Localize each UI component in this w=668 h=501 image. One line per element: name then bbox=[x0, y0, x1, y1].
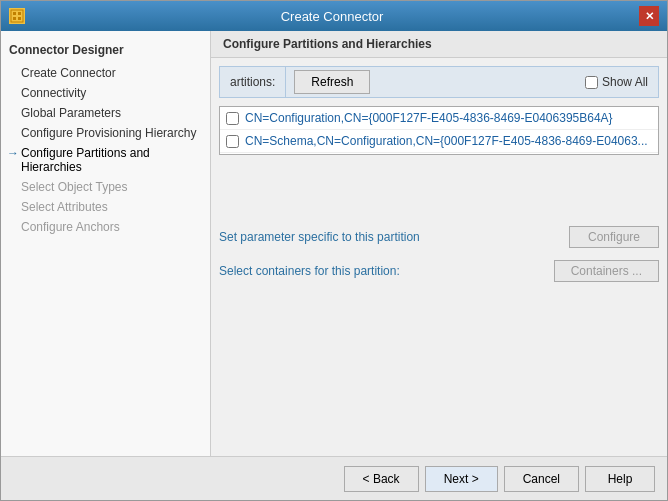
partition-row: CN=Schema,CN=Configuration,CN={000F127F-… bbox=[220, 130, 658, 153]
sidebar-item-connectivity[interactable]: Connectivity bbox=[1, 83, 210, 103]
sidebar: Connector Designer Create Connector Conn… bbox=[1, 31, 211, 456]
spacer-bottom3 bbox=[219, 401, 659, 448]
partitions-toolbar: artitions: Refresh Show All bbox=[219, 66, 659, 98]
configure-partition-row: Set parameter specific to this partition… bbox=[219, 226, 659, 248]
partitions-list: CN=Configuration,CN={000F127F-E405-4836-… bbox=[219, 106, 659, 155]
svg-rect-3 bbox=[13, 17, 16, 20]
svg-rect-4 bbox=[18, 17, 21, 20]
main-panel: Configure Partitions and Hierarchies art… bbox=[211, 31, 667, 456]
next-button[interactable]: Next > bbox=[425, 466, 498, 492]
cancel-button[interactable]: Cancel bbox=[504, 466, 579, 492]
sidebar-item-select-attributes: Select Attributes bbox=[1, 197, 210, 217]
containers-label: Select containers for this partition: bbox=[219, 264, 400, 278]
svg-rect-1 bbox=[13, 12, 16, 15]
help-button[interactable]: Help bbox=[585, 466, 655, 492]
panel-body: artitions: Refresh Show All CN=Configura… bbox=[211, 58, 667, 456]
spacer-bottom bbox=[219, 290, 659, 337]
show-all-checkbox[interactable] bbox=[585, 76, 598, 89]
partition-row: CN=Configuration,CN={000F127F-E405-4836-… bbox=[220, 107, 658, 130]
sidebar-item-configure-provisioning[interactable]: Configure Provisioning Hierarchy bbox=[1, 123, 210, 143]
partition-label-2: CN=Schema,CN=Configuration,CN={000F127F-… bbox=[245, 134, 648, 148]
containers-row: Select containers for this partition: Co… bbox=[219, 260, 659, 282]
show-all-area: Show All bbox=[585, 75, 658, 89]
sidebar-item-create-connector[interactable]: Create Connector bbox=[1, 63, 210, 83]
config-section: Set parameter specific to this partition… bbox=[219, 218, 659, 282]
containers-button[interactable]: Containers ... bbox=[554, 260, 659, 282]
title-bar: Create Connector ✕ bbox=[1, 1, 667, 31]
svg-rect-2 bbox=[18, 12, 21, 15]
content-area: Connector Designer Create Connector Conn… bbox=[1, 31, 667, 456]
panel-header: Configure Partitions and Hierarchies bbox=[211, 31, 667, 58]
sidebar-item-select-object-types: Select Object Types bbox=[1, 177, 210, 197]
configure-partition-label: Set parameter specific to this partition bbox=[219, 230, 420, 244]
refresh-button[interactable]: Refresh bbox=[294, 70, 370, 94]
footer: < Back Next > Cancel Help bbox=[1, 456, 667, 500]
spacer-bottom2 bbox=[219, 346, 659, 393]
app-icon bbox=[9, 8, 25, 24]
sidebar-item-configure-partitions[interactable]: Configure Partitions and Hierarchies bbox=[1, 143, 210, 177]
sidebar-header: Connector Designer bbox=[1, 39, 210, 63]
sidebar-item-global-parameters[interactable]: Global Parameters bbox=[1, 103, 210, 123]
partition-checkbox-1[interactable] bbox=[226, 112, 239, 125]
partition-row: O=Contoso bbox=[220, 153, 658, 155]
back-button[interactable]: < Back bbox=[344, 466, 419, 492]
partition-label-1: CN=Configuration,CN={000F127F-E405-4836-… bbox=[245, 111, 613, 125]
configure-button[interactable]: Configure bbox=[569, 226, 659, 248]
partitions-label: artitions: bbox=[220, 67, 286, 97]
partition-checkbox-2[interactable] bbox=[226, 135, 239, 148]
window: Create Connector ✕ Connector Designer Cr… bbox=[0, 0, 668, 501]
svg-rect-0 bbox=[11, 10, 23, 22]
spacer bbox=[219, 163, 659, 210]
close-button[interactable]: ✕ bbox=[639, 6, 659, 26]
window-title: Create Connector bbox=[25, 9, 639, 24]
sidebar-item-configure-anchors: Configure Anchors bbox=[1, 217, 210, 237]
show-all-label: Show All bbox=[602, 75, 648, 89]
